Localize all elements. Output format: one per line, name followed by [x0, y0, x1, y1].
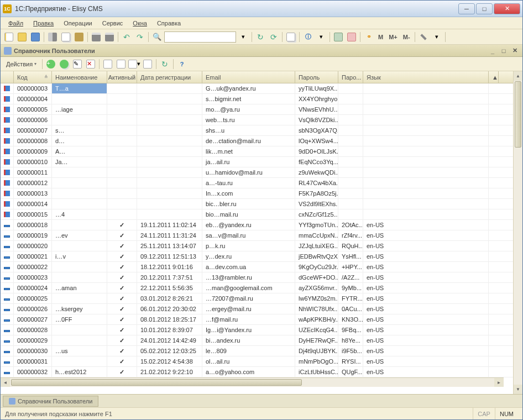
add-button[interactable]: +: [45, 58, 57, 70]
filter-button[interactable]: ▾: [128, 58, 140, 70]
table-row[interactable]: 000000019…ev✓24.11.2011 11:31:24sa…v@mai…: [1, 230, 513, 241]
table-row[interactable]: 000000028✓10.01.2012 8:39:07Ig…i@Yandex.…: [1, 325, 513, 335]
table-row[interactable]: 000000011u…hamidov@mail.ruz9uWekwQDi...: [1, 167, 513, 178]
refresh-list-button[interactable]: ↻: [159, 58, 171, 70]
table-row[interactable]: 000000024…aman✓22.12.2011 5:56:35…man@go…: [1, 283, 513, 293]
hierarchy-button[interactable]: [102, 58, 114, 70]
panel-maximize[interactable]: □: [499, 47, 508, 55]
table-row[interactable]: 000000009A…lik…m.net9dD0+OILJsK...: [1, 146, 513, 157]
menu-windows[interactable]: Окна: [128, 19, 151, 28]
new-button[interactable]: [3, 31, 15, 43]
delete-button[interactable]: ✕: [85, 58, 97, 70]
memory-m[interactable]: M: [376, 34, 385, 40]
settings-button[interactable]: [417, 31, 430, 43]
menu-service[interactable]: Сервис: [98, 19, 128, 28]
col-indicator[interactable]: [1, 71, 14, 83]
help-button[interactable]: ?: [176, 58, 188, 70]
table-row[interactable]: 000000018✓19.11.2011 11:02:14eb…@yandex.…: [1, 220, 513, 230]
horizontal-scrollbar[interactable]: ◄ ►: [1, 377, 504, 387]
paste-button[interactable]: [73, 31, 85, 43]
row-indicator: [1, 94, 14, 104]
table-row[interactable]: 000000007s…shs…usbN3OgXA7Q...: [1, 125, 513, 136]
refresh-icon[interactable]: ↻: [254, 31, 266, 43]
vscroll-thumb[interactable]: [515, 81, 521, 148]
table-row[interactable]: 000000032h…est2012✓21.02.2012 9:22:10a…o…: [1, 367, 513, 377]
panel-close[interactable]: ✕: [510, 47, 519, 55]
undo-button[interactable]: ↶: [121, 31, 133, 43]
zoom-button[interactable]: 🔍: [151, 31, 163, 43]
table-row[interactable]: 000000022✓18.12.2011 9:01:16a…dev.com.ua…: [1, 262, 513, 272]
table-row[interactable]: 000000031✓15.02.2012 4:54:38ol…ail.rumNm…: [1, 356, 513, 367]
table-row[interactable]: 000000026…ksergey✓06.01.2012 20:30:02…er…: [1, 304, 513, 314]
menu-edit[interactable]: Правка: [29, 19, 58, 28]
print-preview-button[interactable]: [103, 31, 116, 43]
table-row[interactable]: 000000027…0FF✓08.01.2012 18:25:17…f@mail…: [1, 314, 513, 325]
menu-help[interactable]: Справка: [153, 19, 185, 28]
col-email[interactable]: Email: [202, 71, 295, 83]
table-row[interactable]: 000000023✓20.12.2011 7:37:51…13@rambler.…: [1, 272, 513, 283]
calc-button[interactable]: [332, 31, 344, 43]
search-input[interactable]: [164, 32, 236, 43]
table-row[interactable]: 000000012a…-tau.ruRL47Cw4bXa...: [1, 178, 513, 188]
calendar-button[interactable]: [346, 31, 358, 43]
table-row[interactable]: 000000013In…x.comF5K7pA8Oz5j...: [1, 188, 513, 199]
save-button[interactable]: [29, 31, 41, 43]
hscroll-left[interactable]: ◄: [1, 378, 10, 387]
hscroll-right[interactable]: ►: [494, 378, 504, 387]
table-row[interactable]: 000000015…4bio…mail.rucxNZc/Gf1z5...: [1, 209, 513, 220]
table-row[interactable]: 000000006web…ts.ruVsQlk8VZDki...: [1, 115, 513, 125]
close-button[interactable]: ✕: [494, 3, 520, 14]
table-row[interactable]: 000000014bic…bler.ruVS2dl9ltEXhs...: [1, 199, 513, 209]
col-pass[interactable]: Пароль: [295, 71, 338, 83]
table-row[interactable]: 000000020✓25.11.2011 13:14:07p…k.ruJZJqL…: [1, 241, 513, 251]
minimize-button[interactable]: ─: [458, 3, 475, 14]
move-button[interactable]: [115, 58, 127, 70]
col-name[interactable]: Наименование: [52, 71, 107, 83]
table-row[interactable]: 000000021i…v✓09.12.2011 12:51:13y…dex.ru…: [1, 251, 513, 262]
table-body[interactable]: 000000003T…aG…uk@yandex.ruyyTliLUwq9X...…: [1, 83, 513, 377]
search-dropdown[interactable]: ▾: [237, 31, 249, 43]
copy-button[interactable]: [60, 31, 72, 43]
row-indicator: [1, 157, 14, 167]
print-button[interactable]: [90, 31, 102, 43]
info-dropdown[interactable]: ▾: [315, 31, 327, 43]
clear-filter-button[interactable]: [142, 58, 154, 70]
table-row[interactable]: 000000003T…aG…uk@yandex.ruyyTliLUwq9X...: [1, 83, 513, 94]
col-pass2[interactable]: Паро...: [338, 71, 363, 83]
table-row[interactable]: 000000010Ja…ja…ail.rufEqNCco3Yq...: [1, 157, 513, 167]
maximize-button[interactable]: □: [476, 3, 493, 14]
cell-code: 000000010: [14, 157, 52, 167]
panel-minimize[interactable]: _: [488, 47, 497, 55]
edit-button[interactable]: ✎: [71, 58, 83, 70]
vscroll-up[interactable]: ▲: [514, 71, 522, 81]
titlebar[interactable]: 1C 1С:Предприятие - Elisy CMS ─ □ ✕: [1, 1, 522, 17]
table-row[interactable]: 000000008d…de…ctation@mail.rulOq+XWSw4..…: [1, 136, 513, 146]
menu-file[interactable]: Файл: [4, 19, 28, 28]
table-row[interactable]: 000000029✓24.01.2012 14:42:49bi…andex.ru…: [1, 335, 513, 346]
link-button[interactable]: ⚭: [363, 31, 375, 43]
info-button[interactable]: ⓘ: [302, 31, 314, 43]
table-row[interactable]: 000000004s…bigmir.netXX4YOhrghyo...: [1, 94, 513, 104]
open-button[interactable]: [16, 31, 28, 43]
col-lang[interactable]: Язык: [363, 71, 489, 83]
nav-icon[interactable]: ⟳: [268, 31, 280, 43]
menu-operations[interactable]: Операции: [59, 19, 96, 28]
tab-users[interactable]: Справочник Пользователи: [3, 396, 98, 407]
col-active[interactable]: Активный: [107, 71, 137, 83]
table-row[interactable]: 000000005…iagemo…@ya.ruVNwsEVhhU...: [1, 104, 513, 115]
vertical-scrollbar[interactable]: ▲ ▼: [513, 71, 522, 394]
col-code[interactable]: Код≜: [14, 71, 52, 83]
table-row[interactable]: 000000025✓03.01.2012 8:26:21…72007@mail.…: [1, 293, 513, 304]
col-date[interactable]: Дата регистрации: [137, 71, 202, 83]
vscroll-down[interactable]: ▼: [514, 385, 522, 394]
cut-button[interactable]: [46, 31, 59, 43]
actions-menu[interactable]: Действия▾: [3, 60, 40, 69]
redo-button[interactable]: ↷: [134, 31, 146, 43]
memory-mminus[interactable]: M-: [401, 34, 412, 40]
memory-mplus[interactable]: M+: [386, 34, 400, 40]
add-copy-button[interactable]: [58, 58, 70, 70]
table-row[interactable]: 000000030…us✓05.02.2012 12:03:25le…809Dj…: [1, 346, 513, 356]
hscroll-thumb[interactable]: [11, 379, 302, 386]
copy-ref-button[interactable]: [285, 31, 297, 43]
settings-dropdown[interactable]: ▾: [431, 31, 443, 43]
